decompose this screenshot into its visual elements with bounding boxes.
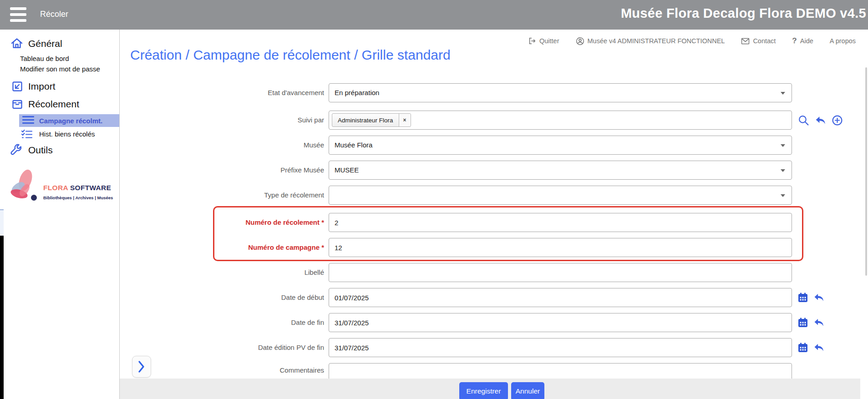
undo-icon[interactable] bbox=[813, 292, 825, 303]
field-label: Date de fin bbox=[197, 313, 324, 332]
date-debut-input[interactable] bbox=[329, 288, 792, 307]
field-label: Musée bbox=[197, 136, 324, 155]
field-label: Commentaires bbox=[197, 363, 324, 375]
calendar-icon[interactable] bbox=[797, 317, 808, 328]
suivi-par-actions bbox=[797, 111, 843, 130]
user-menu[interactable]: Musée v4 ADMINISTRATEUR FONCTIONNEL bbox=[576, 37, 725, 45]
sidebar-item-dashboard[interactable]: Tableau de bord bbox=[20, 55, 69, 62]
hamburger-menu-icon[interactable] bbox=[10, 7, 26, 22]
brand-tagline: Bibliothèques | Archives | Musées bbox=[43, 195, 113, 200]
tag-chip: Administrateur Flora × bbox=[332, 113, 411, 127]
hamburger-bar bbox=[10, 7, 26, 10]
logout-icon bbox=[528, 37, 536, 45]
numero-campagne-input[interactable] bbox=[329, 238, 792, 257]
about-label: A propos bbox=[830, 37, 856, 45]
form-row-numero-campagne: Numéro de campagne * bbox=[197, 238, 857, 257]
hamburger-bar bbox=[10, 13, 26, 16]
undo-icon[interactable] bbox=[814, 114, 827, 126]
calendar-icon[interactable] bbox=[797, 342, 808, 353]
chevron-down-icon bbox=[781, 144, 785, 147]
form-row-suivi-par: Suivi par Administrateur Flora × bbox=[197, 111, 857, 130]
chevron-down-icon bbox=[781, 194, 785, 197]
form-row-type-recolement: Type de récolement bbox=[197, 186, 857, 205]
sidebar-item-change-password[interactable]: Modifier son mot de passe bbox=[20, 65, 100, 73]
form-row-musee: Musée Musée Flora bbox=[197, 136, 857, 155]
utility-links-bar: Quitter Musée v4 ADMINISTRATEUR FONCTION… bbox=[528, 35, 868, 46]
quit-label: Quitter bbox=[539, 37, 559, 45]
left-edge-black-strip bbox=[0, 236, 4, 399]
numero-recolement-input[interactable] bbox=[329, 213, 792, 232]
app-title: Musée Flora Decalog Flora DEMO v4.5 bbox=[621, 6, 866, 21]
libelle-input[interactable] bbox=[329, 263, 792, 282]
chevron-down-icon bbox=[781, 169, 785, 172]
date-edition-pv-input[interactable] bbox=[329, 338, 792, 357]
form-row-date-fin: Date de fin bbox=[197, 313, 857, 332]
search-icon[interactable] bbox=[797, 114, 810, 126]
contact-label: Contact bbox=[753, 37, 776, 45]
selected-value: En préparation bbox=[335, 84, 379, 102]
add-circle-icon[interactable] bbox=[831, 114, 843, 126]
sidebar-item-hist-biens-recoles[interactable]: Hist. biens récolés bbox=[39, 130, 95, 138]
save-button[interactable]: Enregistrer bbox=[459, 382, 508, 399]
help-label: Aide bbox=[800, 37, 813, 45]
selected-value: Musée Flora bbox=[335, 136, 372, 154]
field-label: Type de récolement bbox=[197, 186, 324, 205]
form-row-prefixe-musee: Préfixe Musée MUSEE bbox=[197, 161, 857, 180]
cancel-button[interactable]: Annuler bbox=[511, 382, 544, 399]
field-label: Date édition PV de fin bbox=[197, 338, 324, 357]
wrench-icon bbox=[9, 143, 23, 157]
hamburger-bar bbox=[10, 19, 26, 22]
question-mark-icon: ? bbox=[792, 36, 797, 45]
undo-icon[interactable] bbox=[813, 317, 825, 328]
sidebar-item-general[interactable]: Général bbox=[28, 38, 62, 49]
form-row-libelle: Libellé bbox=[197, 263, 857, 282]
date-fin-input[interactable] bbox=[329, 313, 792, 332]
form-row-etat-avancement: Etat d'avancement En préparation bbox=[197, 83, 857, 102]
app-window: Récoler Musée Flora Decalog Flora DEMO v… bbox=[0, 0, 868, 399]
type-recolement-select[interactable] bbox=[329, 186, 792, 205]
module-label: Récoler bbox=[40, 10, 68, 19]
checklist-icon bbox=[21, 129, 33, 139]
page-title: Création / Campagne de récolement / Gril… bbox=[130, 47, 451, 63]
calendar-icon[interactable] bbox=[797, 292, 808, 303]
field-label: Suivi par bbox=[197, 111, 324, 130]
field-label: Date de début bbox=[197, 288, 324, 307]
sidebar-item-recolement[interactable]: Récolement bbox=[28, 99, 79, 110]
tag-remove-button[interactable]: × bbox=[399, 114, 411, 126]
vertical-scrollbar-thumb[interactable] bbox=[865, 67, 867, 276]
tag-chip-label: Administrateur Flora bbox=[332, 117, 399, 124]
brand-software: SOFTWARE bbox=[70, 184, 111, 192]
contact-link[interactable]: Contact bbox=[741, 37, 776, 45]
date-fin-actions bbox=[797, 313, 825, 332]
home-icon bbox=[10, 36, 24, 50]
field-label: Etat d'avancement bbox=[197, 83, 324, 102]
help-link[interactable]: ? Aide bbox=[792, 36, 813, 45]
musee-select[interactable]: Musée Flora bbox=[329, 136, 792, 155]
brand-flora: FLORA bbox=[43, 184, 68, 192]
form-row-date-edition-pv: Date édition PV de fin bbox=[197, 338, 857, 357]
chevron-down-icon bbox=[781, 92, 785, 95]
about-link[interactable]: A propos bbox=[830, 37, 856, 45]
prefixe-musee-select[interactable]: MUSEE bbox=[329, 161, 792, 180]
etat-avancement-select[interactable]: En préparation bbox=[329, 83, 792, 102]
list-lines-icon bbox=[22, 116, 34, 126]
expand-panel-button[interactable] bbox=[132, 356, 151, 378]
brand-dot bbox=[31, 195, 37, 201]
user-label: Musée v4 ADMINISTRATEUR FONCTIONNEL bbox=[588, 37, 725, 45]
field-label: Préfixe Musée bbox=[197, 161, 324, 180]
suivi-par-tags-field[interactable]: Administrateur Flora × bbox=[329, 111, 792, 130]
footer-action-bar: Enregistrer Annuler bbox=[120, 379, 860, 399]
user-icon bbox=[576, 37, 584, 45]
sidebar-divider bbox=[119, 30, 120, 399]
recolement-box-icon bbox=[11, 98, 24, 111]
chevron-right-icon bbox=[138, 360, 145, 373]
import-icon bbox=[11, 80, 24, 93]
left-edge-panel bbox=[0, 209, 4, 236]
quit-link[interactable]: Quitter bbox=[528, 37, 559, 45]
mail-icon bbox=[741, 38, 750, 45]
sidebar-item-outils[interactable]: Outils bbox=[28, 145, 53, 156]
field-label: Libellé bbox=[197, 263, 324, 282]
undo-icon[interactable] bbox=[813, 342, 825, 354]
sidebar-item-import[interactable]: Import bbox=[28, 81, 56, 92]
sidebar-item-campagne-recolement[interactable]: Campagne récolmt. bbox=[19, 114, 119, 127]
